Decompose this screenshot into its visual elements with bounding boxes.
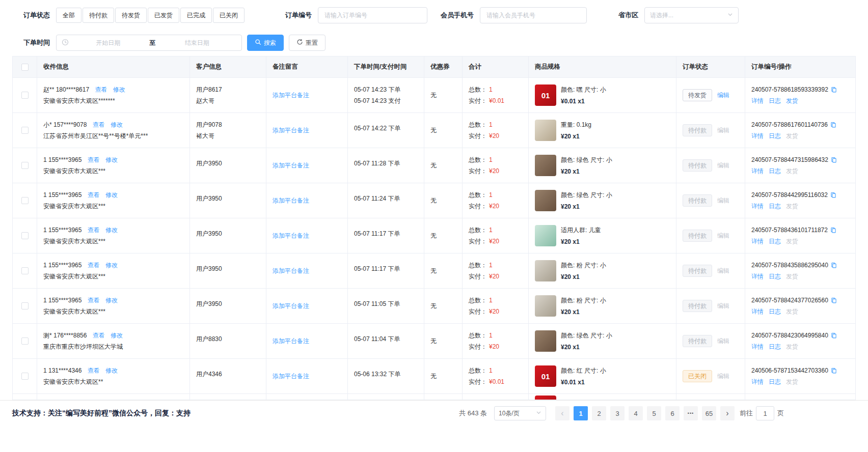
add-note-link[interactable]: 添加平台备注 — [273, 337, 341, 346]
select-all-checkbox[interactable] — [21, 64, 29, 71]
ship-link[interactable]: 发货 — [786, 238, 798, 245]
edit-order-link[interactable]: 编辑 — [717, 126, 729, 135]
order-log-link[interactable]: 日志 — [769, 308, 781, 316]
prev-page-button[interactable]: ‹ — [555, 406, 569, 420]
order-detail-link[interactable]: 详情 — [751, 203, 764, 210]
edit-order-link[interactable]: 编辑 — [717, 161, 729, 170]
row-checkbox[interactable] — [21, 267, 29, 274]
pagination-page-4[interactable]: 4 — [629, 406, 643, 420]
order-no-input[interactable] — [318, 7, 427, 23]
ship-link[interactable]: 发货 — [786, 167, 798, 175]
order-detail-link[interactable]: 详情 — [751, 167, 764, 175]
modify-recipient-link[interactable]: 修改 — [105, 191, 118, 199]
add-note-link[interactable]: 添加平台备注 — [273, 196, 341, 205]
view-recipient-link[interactable]: 查看 — [93, 332, 105, 339]
search-button[interactable]: 搜索 — [247, 35, 284, 51]
row-checkbox[interactable] — [21, 127, 29, 134]
copy-icon[interactable] — [830, 192, 836, 198]
order-detail-link[interactable]: 详情 — [751, 308, 764, 316]
copy-icon[interactable] — [830, 122, 836, 128]
view-recipient-link[interactable]: 查看 — [88, 262, 100, 269]
row-checkbox[interactable] — [21, 302, 29, 309]
order-log-link[interactable]: 日志 — [769, 378, 781, 386]
modify-recipient-link[interactable]: 修改 — [105, 297, 118, 304]
order-detail-link[interactable]: 详情 — [751, 132, 764, 140]
view-recipient-link[interactable]: 查看 — [88, 367, 100, 374]
edit-order-link[interactable]: 编辑 — [717, 267, 729, 275]
pagination-page-6[interactable]: 6 — [665, 406, 680, 420]
row-checkbox[interactable] — [21, 373, 29, 380]
pagination-ellipsis[interactable]: ••• — [684, 406, 698, 420]
edit-order-link[interactable]: 编辑 — [717, 302, 729, 310]
view-recipient-link[interactable]: 查看 — [88, 191, 100, 199]
add-note-link[interactable]: 添加平台备注 — [273, 161, 341, 170]
pagination-page-2[interactable]: 2 — [592, 406, 606, 420]
pagination-page-1[interactable]: 1 — [574, 406, 588, 420]
row-checkbox[interactable] — [21, 232, 29, 239]
copy-icon[interactable] — [831, 157, 837, 163]
modify-recipient-link[interactable]: 修改 — [113, 86, 125, 93]
copy-icon[interactable] — [831, 262, 837, 268]
copy-icon[interactable] — [831, 297, 837, 303]
view-recipient-link[interactable]: 查看 — [93, 121, 105, 128]
view-recipient-link[interactable]: 查看 — [88, 227, 100, 234]
order-log-link[interactable]: 日志 — [769, 343, 781, 351]
status-filter-pending-shipment[interactable]: 待发货 — [115, 8, 147, 23]
modify-recipient-link[interactable]: 修改 — [105, 262, 118, 269]
add-note-link[interactable]: 添加平台备注 — [273, 302, 341, 310]
view-recipient-link[interactable]: 查看 — [88, 156, 100, 163]
pagination-page-3[interactable]: 3 — [610, 406, 625, 420]
modify-recipient-link[interactable]: 修改 — [105, 367, 118, 374]
add-note-link[interactable]: 添加平台备注 — [273, 126, 341, 135]
row-checkbox[interactable] — [21, 162, 29, 169]
order-log-link[interactable]: 日志 — [769, 97, 781, 105]
date-range-picker[interactable]: 开始日期 至 结束日期 — [56, 35, 242, 51]
row-checkbox[interactable] — [21, 337, 29, 345]
modify-recipient-link[interactable]: 修改 — [105, 156, 118, 163]
order-detail-link[interactable]: 详情 — [751, 97, 764, 105]
ship-link[interactable]: 发货 — [786, 97, 798, 105]
order-log-link[interactable]: 日志 — [769, 203, 781, 210]
page-size-select[interactable]: 10条/页 — [494, 406, 546, 420]
ship-link[interactable]: 发货 — [786, 132, 798, 140]
pagination-page-5[interactable]: 5 — [647, 406, 661, 420]
status-filter-pending-payment[interactable]: 待付款 — [83, 8, 114, 23]
phone-input[interactable] — [480, 7, 587, 23]
end-date-input[interactable]: 结束日期 — [158, 39, 237, 47]
add-note-link[interactable]: 添加平台备注 — [273, 372, 341, 381]
order-detail-link[interactable]: 详情 — [751, 238, 764, 245]
order-detail-link[interactable]: 详情 — [751, 343, 764, 351]
status-filter-all[interactable]: 全部 — [56, 8, 82, 23]
row-checkbox[interactable] — [21, 197, 29, 204]
add-note-link[interactable]: 添加平台备注 — [273, 91, 341, 100]
ship-link[interactable]: 发货 — [786, 343, 798, 351]
copy-icon[interactable] — [831, 332, 837, 338]
region-select[interactable]: 请选择... — [644, 7, 739, 23]
order-detail-link[interactable]: 详情 — [751, 378, 764, 386]
start-date-input[interactable]: 开始日期 — [69, 39, 148, 47]
status-filter-completed[interactable]: 已完成 — [180, 8, 212, 23]
ship-link[interactable]: 发货 — [786, 378, 798, 386]
add-note-link[interactable]: 添加平台备注 — [273, 232, 341, 240]
goto-page-input[interactable] — [756, 406, 774, 420]
next-page-button[interactable]: › — [720, 406, 735, 420]
ship-link[interactable]: 发货 — [786, 273, 798, 280]
copy-icon[interactable] — [831, 87, 837, 93]
ship-link[interactable]: 发货 — [786, 203, 798, 210]
edit-order-link[interactable]: 编辑 — [717, 337, 729, 346]
order-log-link[interactable]: 日志 — [769, 167, 781, 175]
edit-order-link[interactable]: 编辑 — [717, 372, 729, 381]
order-log-link[interactable]: 日志 — [769, 273, 781, 280]
status-filter-closed[interactable]: 已关闭 — [213, 8, 245, 23]
order-log-link[interactable]: 日志 — [769, 132, 781, 140]
ship-link[interactable]: 发货 — [786, 308, 798, 316]
row-checkbox[interactable] — [21, 92, 29, 99]
status-filter-shipped[interactable]: 已发货 — [148, 8, 179, 23]
edit-order-link[interactable]: 编辑 — [717, 196, 729, 205]
modify-recipient-link[interactable]: 修改 — [105, 227, 118, 234]
copy-icon[interactable] — [830, 227, 836, 233]
view-recipient-link[interactable]: 查看 — [88, 297, 100, 304]
order-detail-link[interactable]: 详情 — [751, 273, 764, 280]
order-log-link[interactable]: 日志 — [769, 238, 781, 245]
pagination-page-65[interactable]: 65 — [702, 406, 716, 420]
